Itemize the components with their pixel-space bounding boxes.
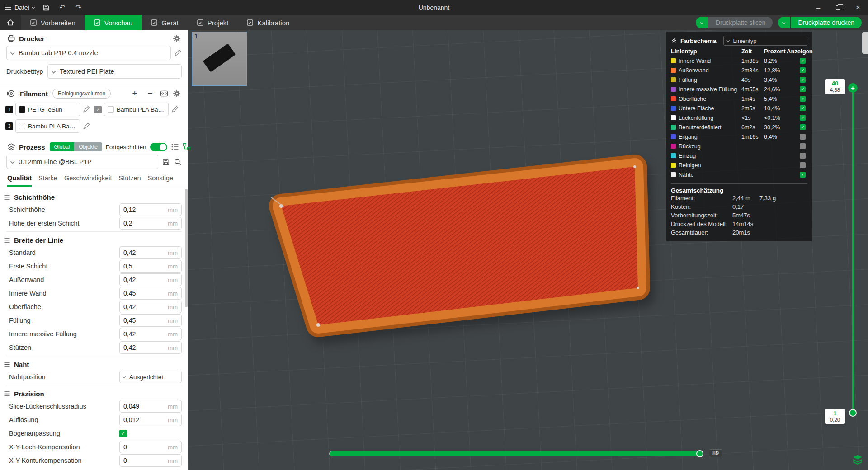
linetype-label: Reinigen — [679, 162, 701, 169]
setting-input[interactable]: 0,45 mm — [119, 314, 182, 327]
tab-kalibration[interactable]: Kalibration — [237, 15, 298, 30]
setting-input[interactable]: 0,42 mm — [119, 341, 182, 354]
linetype-visibility-checkbox[interactable] — [800, 153, 806, 159]
setting-row: Höhe der ersten Schicht 0,2 mm — [6, 216, 182, 230]
add-filament-button[interactable]: + — [129, 88, 140, 99]
setting-input[interactable]: 0,42 mm — [119, 273, 182, 286]
filament-settings-gear-icon[interactable] — [173, 89, 181, 98]
setting-input[interactable]: 0,42 mm — [119, 301, 182, 313]
home-icon — [6, 19, 14, 27]
setting-input[interactable]: 0 mm — [119, 454, 182, 467]
close-button[interactable]: × — [848, 0, 868, 15]
group-icon — [4, 194, 10, 201]
linetype-color-swatch — [671, 115, 676, 120]
setting-input[interactable]: 0 mm — [119, 441, 182, 453]
scope-objects-button[interactable]: Objekte — [74, 142, 102, 151]
undo-button[interactable]: ↶ — [57, 3, 67, 13]
collapse-panel-handle[interactable] — [862, 32, 868, 54]
process-preset-select[interactable]: 0.12mm Fine @BBL P1P — [6, 155, 158, 169]
3d-viewport[interactable]: 1 Farbschema Linientyp Linientyp Zeit Pr… — [188, 30, 868, 470]
linetype-visibility-checkbox[interactable]: ✓ — [800, 172, 806, 178]
linetype-visibility-checkbox[interactable]: ✓ — [800, 67, 806, 73]
filament-select[interactable]: Bambu PLA Basic — [104, 103, 169, 116]
move-slider-handle[interactable] — [696, 450, 703, 457]
parameter-list-icon[interactable] — [171, 143, 179, 151]
setting-label: Erste Schicht — [6, 263, 119, 270]
edit-filament-icon[interactable] — [82, 122, 90, 130]
linetype-visibility-checkbox[interactable] — [800, 162, 806, 168]
filament-select[interactable]: Bambu PLA Basic — [15, 119, 80, 133]
minimize-button[interactable]: – — [808, 0, 828, 15]
sidebar-scrollbar[interactable] — [185, 189, 188, 307]
ams-icon[interactable] — [160, 89, 168, 98]
linetype-visibility-checkbox[interactable]: ✓ — [800, 77, 806, 83]
linetype-percent: 3,4% — [764, 77, 787, 83]
home-tab[interactable] — [0, 15, 21, 30]
tab-gerät[interactable]: Gerät — [142, 15, 188, 30]
edit-filament-icon[interactable] — [82, 105, 90, 113]
collapse-chevrons-icon[interactable] — [671, 38, 677, 44]
linetype-visibility-checkbox[interactable]: ✓ — [800, 115, 806, 121]
linetype-visibility-checkbox[interactable]: ✓ — [800, 58, 806, 64]
layer-slider-handle[interactable] — [849, 409, 857, 417]
setting-input[interactable]: 0,012 mm — [119, 414, 182, 426]
remove-filament-button[interactable]: − — [145, 88, 156, 99]
setting-unit: mm — [168, 290, 178, 297]
redo-button[interactable]: ↷ — [74, 3, 84, 13]
save-preset-icon[interactable] — [162, 158, 170, 166]
slice-plate-button[interactable]: Druckplatte slicen — [708, 17, 773, 28]
edit-filament-icon[interactable] — [171, 105, 179, 113]
setting-input[interactable]: 0,42 mm — [119, 328, 182, 340]
process-tab[interactable]: Geschwindigkeit — [64, 171, 112, 187]
linetype-visibility-checkbox[interactable] — [800, 143, 806, 149]
layers-view-icon[interactable] — [852, 454, 863, 465]
setting-input[interactable]: 0,2 mm — [119, 217, 182, 230]
setting-label: Füllung — [6, 317, 119, 324]
printer-settings-gear-icon[interactable] — [173, 34, 181, 42]
setting-value: 0,42 — [123, 276, 168, 283]
flush-volumes-button[interactable]: Reinigungsvolumen — [52, 89, 111, 99]
layer-slider-add-button[interactable]: + — [848, 83, 858, 93]
setting-select[interactable]: Ausgerichtet — [119, 371, 182, 383]
group-rows: Schichthöhe 0,12 mm Höhe der ersten Schi… — [6, 203, 182, 230]
process-tab[interactable]: Stützen — [118, 171, 141, 187]
slice-dropdown-button[interactable] — [696, 17, 708, 28]
save-button[interactable] — [41, 3, 51, 13]
linetype-visibility-checkbox[interactable] — [800, 134, 806, 140]
parameter-tree-icon[interactable] — [183, 143, 191, 151]
tab-projekt[interactable]: Projekt — [188, 15, 238, 30]
maximize-button[interactable] — [828, 0, 848, 15]
process-tab[interactable]: Stärke — [38, 171, 57, 187]
linetype-visibility-checkbox[interactable]: ✓ — [800, 86, 806, 92]
setting-input[interactable]: 0,049 mm — [119, 400, 182, 413]
linetype-label: Untere Fläche — [679, 105, 714, 112]
file-menu-button[interactable]: Datei — [5, 4, 35, 11]
setting-input[interactable]: 0,45 mm — [119, 287, 182, 300]
layer-slider-track[interactable] — [852, 88, 854, 414]
bed-type-select[interactable]: Textured PEI Plate — [47, 64, 182, 79]
color-scheme-select[interactable]: Linientyp — [723, 36, 807, 46]
filament-select[interactable]: PETG_eSun — [15, 103, 80, 116]
print-dropdown-button[interactable] — [778, 17, 790, 28]
advanced-toggle[interactable] — [150, 143, 167, 151]
print-plate-button[interactable]: Druckplatte drucken — [791, 17, 862, 28]
process-tab[interactable]: Sonstige — [148, 171, 173, 187]
plate-number: 1 — [194, 33, 198, 40]
edit-printer-icon[interactable] — [174, 49, 182, 57]
setting-input[interactable]: 0,42 mm — [119, 246, 182, 259]
printer-select[interactable]: Bambu Lab P1P 0.4 nozzle — [6, 46, 171, 60]
move-slider-track[interactable] — [330, 451, 703, 456]
process-tab[interactable]: Qualität — [7, 171, 32, 187]
tab-vorschau[interactable]: Vorschau — [85, 15, 142, 30]
plate-thumbnail[interactable]: 1 — [192, 32, 247, 86]
setting-input[interactable]: 0,12 mm — [119, 203, 182, 216]
legend-row: Eilgang 1m16s 6,4% — [671, 132, 807, 141]
setting-input[interactable]: 0,5 mm — [119, 260, 182, 273]
linetype-visibility-checkbox[interactable]: ✓ — [800, 105, 806, 111]
linetype-visibility-checkbox[interactable]: ✓ — [800, 96, 806, 102]
tab-vorbereiten[interactable]: Vorbereiten — [21, 15, 85, 30]
setting-checkbox[interactable]: ✓ — [119, 430, 127, 437]
linetype-visibility-checkbox[interactable]: ✓ — [800, 124, 806, 130]
scope-global-button[interactable]: Global — [50, 142, 75, 151]
search-icon[interactable] — [174, 158, 182, 166]
